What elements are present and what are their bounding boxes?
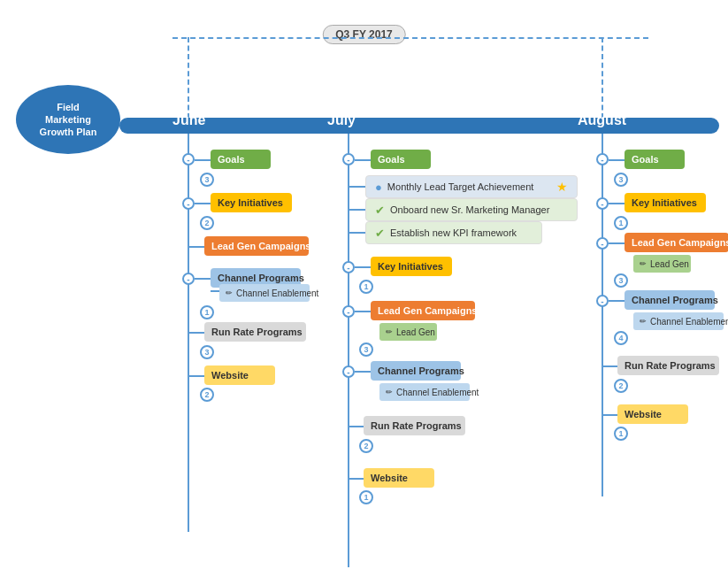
june-channel-label: Channel Programs [218, 273, 304, 283]
june-goals-hline [195, 159, 211, 161]
aug-channel-enablement-item[interactable]: ✏ Channel Enablement [633, 312, 724, 330]
aug-channel-enablement-label: Channel Enablement [650, 317, 728, 327]
aug-leadgen-badge: 3 [614, 273, 628, 288]
aug-keyinit-badge: 1 [614, 216, 628, 230]
star-icon: ★ [556, 180, 568, 194]
june-channel-sub-hline [211, 290, 219, 292]
aug-channel-expand[interactable]: - [596, 295, 609, 307]
june-channel-hline [195, 278, 211, 280]
aug-goals-label: Goals [632, 154, 659, 165]
july-task3-icon: ✔ [375, 227, 385, 240]
july-task2-item[interactable]: ✔ Onboard new Sr. Marketing Manager [365, 198, 578, 221]
july-task2-hline [348, 209, 365, 211]
june-keyinit-badge: 2 [200, 216, 214, 230]
june-leadgen-label: Lead Gen Campaigns [211, 241, 310, 251]
july-runrate-label: Run Rate Programs [371, 420, 462, 431]
aug-goals-hline [609, 159, 625, 161]
july-vline [348, 134, 349, 567]
aug-leadgen-label: Lead Gen Campaigns [632, 237, 728, 248]
july-keyinit-item[interactable]: Key Initiatives [371, 257, 452, 276]
july-leadgen-expand[interactable]: - [342, 305, 355, 318]
aug-keyinit-hline [609, 203, 625, 204]
aug-runrate-hline [602, 365, 617, 367]
june-channel-enablement-item[interactable]: ✏ Channel Enablement [219, 284, 310, 302]
july-task3-item[interactable]: ✔ Establish new KPI framework [365, 221, 542, 244]
july-goals-hline [355, 159, 371, 161]
field-marketing-text: FieldMarketingGrowth Plan [40, 101, 97, 139]
aug-website-hline [602, 414, 617, 416]
aug-keyinit-expand[interactable]: - [596, 197, 609, 210]
aug-vline [602, 134, 603, 496]
july-runrate-item[interactable]: Run Rate Programs [364, 416, 465, 435]
july-keyinit-expand[interactable]: - [342, 261, 355, 273]
aug-leadgen-sub-item[interactable]: ✏ Lead Gen [633, 255, 691, 273]
june-leadgen-item[interactable]: Lead Gen Campaigns [204, 236, 309, 256]
june-website-item[interactable]: Website [204, 365, 275, 385]
july-leadgen-sub-label: Lead Gen [396, 327, 435, 337]
june-goals-item[interactable]: Goals [211, 150, 271, 169]
pencil-icon-aug-leadgen: ✏ [640, 259, 647, 268]
pencil-icon-aug-channel: ✏ [640, 317, 647, 326]
july-channel-expand[interactable]: - [342, 365, 355, 378]
july-channel-enablement-label: Channel Enablement [396, 388, 479, 397]
july-website-badge: 1 [359, 490, 373, 504]
july-leadgen-hline [355, 311, 371, 312]
aug-channel-label: Channel Programs [632, 295, 718, 305]
quarter-label: Q3 FY 2017 [322, 25, 406, 44]
aug-website-item[interactable]: Website [617, 404, 688, 424]
june-channel-enablement-label: Channel Enablement [236, 288, 318, 298]
june-goals-label: Goals [218, 154, 245, 165]
july-channel-item[interactable]: Channel Programs [371, 361, 461, 381]
pencil-icon-july-leadgen: ✏ [386, 327, 393, 336]
august-top-vline [602, 37, 603, 119]
july-task3-hline [348, 232, 365, 234]
month-june-label: June [172, 112, 205, 128]
july-task1-icon: ● [375, 181, 382, 194]
july-website-item[interactable]: Website [364, 468, 434, 488]
june-channel-expand[interactable]: - [182, 273, 195, 285]
july-leadgen-item[interactable]: Lead Gen Campaigns [371, 301, 475, 320]
aug-keyinit-item[interactable]: Key Initiatives [625, 193, 706, 212]
july-goals-item[interactable]: Goals [371, 150, 431, 169]
diagram-container: Q3 FY 2017 FieldMarketingGrowth Plan Jun… [0, 0, 728, 577]
aug-leadgen-item[interactable]: Lead Gen Campaigns [625, 233, 728, 252]
july-leadgen-label: Lead Gen Campaigns [378, 305, 477, 316]
june-leadgen-hline [188, 246, 204, 248]
july-task1-label: Monthly Lead Target Achievement [387, 181, 534, 192]
june-runrate-item[interactable]: Run Rate Programs [204, 322, 306, 342]
july-leadgen-sub-item[interactable]: ✏ Lead Gen [379, 323, 437, 341]
july-website-hline [348, 478, 364, 480]
july-leadgen-badge: 3 [359, 342, 373, 357]
july-task1-item[interactable]: ● Monthly Lead Target Achievement ★ [365, 175, 578, 198]
july-task2-label: Onboard new Sr. Marketing Manager [390, 204, 549, 215]
pencil-icon-june: ✏ [226, 288, 233, 297]
aug-website-badge: 1 [614, 427, 628, 441]
june-runrate-hline [188, 332, 204, 334]
june-runrate-label: Run Rate Programs [211, 327, 303, 337]
july-channel-enablement-item[interactable]: ✏ Channel Enablement [379, 383, 470, 401]
aug-runrate-badge: 2 [614, 379, 628, 393]
aug-goals-expand[interactable]: - [596, 153, 609, 165]
june-goals-badge: 3 [200, 173, 214, 187]
july-goals-expand[interactable]: - [342, 153, 355, 165]
aug-goals-item[interactable]: Goals [625, 150, 685, 169]
pencil-icon-july-channel: ✏ [386, 388, 393, 396]
top-dashed-line [172, 37, 648, 39]
field-marketing-label: FieldMarketingGrowth Plan [16, 85, 120, 154]
july-goals-label: Goals [378, 154, 405, 165]
july-task2-icon: ✔ [375, 204, 385, 217]
aug-runrate-item[interactable]: Run Rate Programs [617, 356, 719, 375]
aug-website-label: Website [625, 409, 662, 419]
july-runrate-hline [348, 426, 364, 427]
aug-leadgen-expand[interactable]: - [596, 237, 609, 250]
june-goals-expand[interactable]: - [182, 153, 195, 165]
june-website-label: Website [211, 370, 249, 381]
june-channel-badge: 1 [200, 305, 214, 319]
aug-channel-item[interactable]: Channel Programs [625, 290, 715, 310]
june-keyinit-item[interactable]: Key Initiatives [211, 193, 292, 212]
month-august-label: August [578, 112, 626, 128]
june-keyinit-expand[interactable]: - [182, 197, 195, 210]
june-website-hline [188, 375, 204, 377]
aug-goals-badge: 3 [614, 173, 628, 187]
aug-runrate-label: Run Rate Programs [625, 360, 716, 371]
